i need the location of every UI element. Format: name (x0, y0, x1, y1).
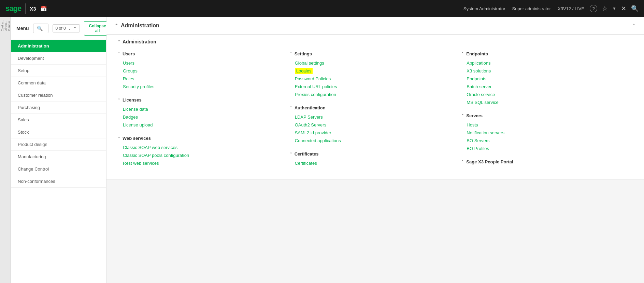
search-count-value: 0 of 0 (56, 26, 66, 31)
sidebar-item-sales[interactable]: Sales (11, 114, 106, 126)
link-bo-servers[interactable]: BO Servers (461, 137, 626, 145)
close-icon[interactable]: ✕ (621, 5, 626, 12)
help-icon[interactable]: ? (590, 5, 597, 12)
link-groups[interactable]: Groups (117, 67, 283, 75)
link-security-profiles[interactable]: Security profiles (117, 83, 283, 91)
top-bar: sage X3 📅 System Administrator Super adm… (0, 0, 644, 17)
licenses-collapse-icon[interactable]: ⌃ (117, 98, 120, 102)
admin-inner-section: ⌃ Administration ⌃ Users Users Groups (106, 35, 644, 180)
link-oracle-service[interactable]: Oracle service (461, 91, 626, 98)
sidebar-item-label: Stock (18, 130, 29, 135)
users-collapse-icon[interactable]: ⌃ (117, 52, 120, 56)
link-password-policies[interactable]: Password Policies (289, 75, 455, 83)
certificates-group-title: Certificates (295, 151, 319, 157)
link-badges[interactable]: Badges (117, 113, 283, 121)
group-portal-header: ⌃ Sage X3 People Portal (461, 159, 626, 164)
servers-collapse-icon[interactable]: ⌃ (461, 113, 464, 118)
link-batch-server[interactable]: Batch server (461, 83, 626, 91)
link-roles[interactable]: Roles (117, 75, 283, 83)
authentication-group-title: Authentication (295, 105, 326, 110)
user-info: System Administrator Super administrator… (463, 6, 584, 11)
portal-group-title: Sage X3 People Portal (466, 159, 513, 164)
settings-group-title: Settings (295, 51, 312, 56)
sidebar-item-stock[interactable]: Stock (11, 126, 106, 138)
web-services-collapse-icon[interactable]: ⌃ (117, 136, 120, 140)
menu-label: Menu (16, 26, 29, 31)
search-icon-top[interactable]: 🔍 (631, 5, 639, 12)
link-external-url-policies[interactable]: External URL policies (289, 83, 455, 91)
link-global-settings[interactable]: Global settings (289, 59, 455, 67)
sidebar-item-label: Setup (18, 68, 29, 73)
group-servers-header: ⌃ Servers (461, 113, 626, 118)
group-certificates-header: ⌃ Certificates (289, 151, 455, 157)
group-servers: ⌃ Servers Hosts Notification servers BO … (461, 113, 626, 152)
sidebar-item-administration[interactable]: Administration (11, 40, 106, 52)
sidebar-item-development[interactable]: Development (11, 52, 106, 65)
columns-container: ⌃ Users Users Groups Roles Security prof… (106, 49, 644, 179)
link-oauth2-servers[interactable]: OAuth2 Servers (289, 121, 455, 129)
logo-area: sage X3 📅 (5, 3, 47, 14)
certificates-collapse-icon[interactable]: ⌃ (289, 152, 292, 156)
auth-collapse-icon[interactable]: ⌃ (289, 106, 292, 110)
search-count: 0 of 0 ⌄ ⌃ (53, 24, 80, 32)
link-endpoints[interactable]: Endpoints (461, 75, 626, 83)
sidebar-item-label: Administration (18, 43, 49, 49)
system-admin-label: System Administrator (463, 6, 505, 11)
settings-collapse-icon[interactable]: ⌃ (289, 52, 292, 56)
chevron-up-icon[interactable]: ⌃ (73, 26, 77, 31)
link-certificates[interactable]: Certificates (289, 159, 455, 167)
servers-group-title: Servers (466, 113, 483, 118)
link-notification-servers[interactable]: Notification servers (461, 129, 626, 137)
link-license-upload[interactable]: License upload (117, 121, 283, 129)
sidebar-item-label: Product design (18, 142, 47, 147)
column-3: ⌃ Endpoints Applications X3 solutions En… (461, 51, 633, 174)
sidebar-item-product-design[interactable]: Product design (11, 138, 106, 151)
sidebar-item-change-control[interactable]: Change Control (11, 163, 106, 175)
left-strip-text: Cost a...Direct...Plannin...Execu...Prod… (0, 17, 11, 33)
star-icon[interactable]: ☆ (602, 5, 607, 12)
menu-panel: Menu 🔍 0 of 0 ⌄ ⌃ Collapse all Expand al… (11, 17, 106, 283)
link-rest-web-services[interactable]: Rest web services (117, 159, 283, 167)
link-license-data[interactable]: License data (117, 105, 283, 113)
sidebar-item-non-conformances[interactable]: Non-conformances (11, 175, 106, 188)
group-endpoints: ⌃ Endpoints Applications X3 solutions En… (461, 51, 626, 106)
sidebar-item-label: Purchasing (18, 105, 40, 110)
link-hosts[interactable]: Hosts (461, 121, 626, 129)
sage-logo: sage (5, 4, 21, 13)
chevron-down-icon[interactable]: ⌄ (68, 26, 71, 31)
search-icon: 🔍 (37, 26, 43, 31)
sidebar-item-manufacturing[interactable]: Manufacturing (11, 151, 106, 163)
link-users[interactable]: Users (117, 59, 283, 67)
link-classic-soap-pools[interactable]: Classic SOAP pools configuration (117, 151, 283, 159)
link-saml2-id-provider[interactable]: SAML2 id provider (289, 129, 455, 137)
inner-collapse-icon[interactable]: ⌃ (117, 40, 120, 44)
sidebar-item-setup[interactable]: Setup (11, 65, 106, 77)
group-users-header: ⌃ Users (117, 51, 283, 56)
link-connected-applications[interactable]: Connected applications (289, 137, 455, 145)
sidebar-item-customer-relation[interactable]: Customer relation (11, 89, 106, 102)
link-ldap-servers[interactable]: LDAP Servers (289, 113, 455, 121)
app-name: X3 (30, 6, 36, 12)
sidebar-item-label: Manufacturing (18, 154, 46, 159)
link-proxies-configuration[interactable]: Proxies configuration (289, 91, 455, 98)
link-applications[interactable]: Applications (461, 59, 626, 67)
link-classic-soap-web-services[interactable]: Classic SOAP web services (117, 144, 283, 151)
link-locales[interactable]: Locales (289, 67, 455, 75)
search-box[interactable]: 🔍 (33, 24, 48, 33)
left-panel-strip: Cost a...Direct...Plannin...Execu...Prod… (0, 17, 11, 283)
sidebar-item-common-data[interactable]: Common data (11, 77, 106, 89)
group-authentication: ⌃ Authentication LDAP Servers OAuth2 Ser… (289, 105, 455, 145)
section-collapse-btn[interactable]: ⌃ (632, 23, 636, 28)
group-certificates: ⌃ Certificates Certificates (289, 151, 455, 167)
admin-collapse-icon[interactable]: ⌃ (115, 23, 118, 28)
sidebar-item-purchasing[interactable]: Purchasing (11, 102, 106, 114)
link-ms-sql-service[interactable]: MS SQL service (461, 98, 626, 106)
sidebar-nav: Administration Development Setup Common … (11, 40, 106, 283)
portal-collapse-icon[interactable]: ⌃ (461, 160, 464, 164)
link-bo-profiles[interactable]: BO Profiles (461, 145, 626, 152)
calendar-icon[interactable]: 📅 (40, 5, 47, 12)
dropdown-icon[interactable]: ▼ (612, 6, 616, 11)
link-x3-solutions[interactable]: X3 solutions (461, 67, 626, 75)
endpoints-collapse-icon[interactable]: ⌃ (461, 52, 464, 56)
licenses-group-title: Licenses (123, 97, 142, 103)
